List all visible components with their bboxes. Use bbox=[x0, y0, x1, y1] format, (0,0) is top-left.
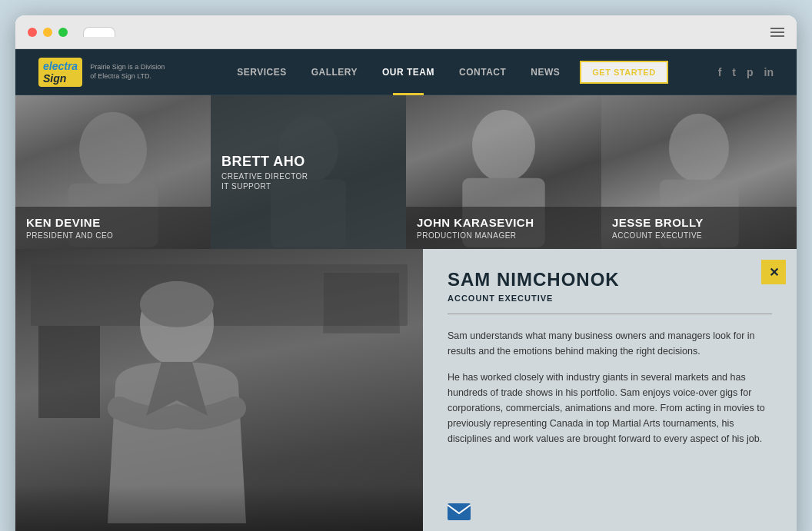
nav-services[interactable]: SERVICES bbox=[225, 49, 298, 95]
facebook-icon[interactable]: f bbox=[718, 66, 722, 78]
team-section: KEN DEVINE PRESIDENT AND CEO BRETT AHO bbox=[15, 95, 797, 531]
ken-overlay: KEN DEVINE PRESIDENT AND CEO bbox=[15, 207, 211, 249]
bio-member-name: SAM NIMCHONOK bbox=[448, 270, 772, 289]
email-envelope-icon bbox=[448, 503, 471, 520]
john-name: JOHN KARASEVICH bbox=[417, 216, 591, 230]
svg-point-6 bbox=[669, 114, 729, 183]
logo[interactable]: electraSign Prairie Sign is a Division o… bbox=[38, 58, 167, 87]
browser-menu-icon[interactable] bbox=[770, 28, 784, 37]
browser-tab[interactable] bbox=[83, 27, 115, 37]
svg-rect-10 bbox=[448, 503, 471, 520]
brett-name: BRETT AHO bbox=[221, 154, 395, 171]
pinterest-icon[interactable]: p bbox=[747, 66, 754, 78]
brett-title: CREATIVE DIRECTOR bbox=[221, 172, 395, 181]
bio-paragraph-1: Sam understands what many business owner… bbox=[448, 328, 772, 359]
bio-paragraph-2: He has worked closely with industry gian… bbox=[448, 370, 772, 446]
team-top-row: KEN DEVINE PRESIDENT AND CEO BRETT AHO bbox=[15, 95, 797, 249]
site-nav: SERVICES GALLERY OUR TEAM CONTACT NEWS G… bbox=[190, 49, 702, 95]
team-card-brett-aho[interactable]: BRETT AHO CREATIVE DIRECTOR IT SUPPORT bbox=[211, 95, 406, 249]
svg-point-9 bbox=[140, 281, 214, 327]
jesse-name: JESSE BROLLY bbox=[612, 216, 786, 230]
nav-news[interactable]: NEWS bbox=[518, 49, 572, 95]
get-started-button[interactable]: GET STARTED bbox=[580, 61, 667, 84]
team-card-ken-devine[interactable]: KEN DEVINE PRESIDENT AND CEO bbox=[15, 95, 211, 249]
jesse-title: ACCOUNT EXECUTIVE bbox=[612, 231, 786, 240]
team-bottom-row: ✕ SAM NIMCHONOK ACCOUNT EXECUTIVE Sam un… bbox=[15, 249, 797, 531]
team-card-john-karasevich[interactable]: JOHN KARASEVICH PRODUCTION MANAGER bbox=[406, 95, 601, 249]
john-title: PRODUCTION MANAGER bbox=[417, 231, 591, 240]
svg-point-4 bbox=[472, 110, 535, 182]
logo-subtitle: Prairie Sign is a Division of Electra Si… bbox=[90, 63, 167, 81]
ken-name: KEN DEVINE bbox=[26, 216, 200, 230]
browser-dot-yellow[interactable] bbox=[43, 28, 52, 37]
jesse-overlay: JESSE BROLLY ACCOUNT EXECUTIVE bbox=[601, 207, 797, 249]
logo-text: electraSign bbox=[43, 60, 78, 85]
browser-window: electraSign Prairie Sign is a Division o… bbox=[15, 15, 797, 531]
close-icon: ✕ bbox=[769, 265, 779, 280]
brett-title2: IT SUPPORT bbox=[221, 182, 395, 191]
brett-overlay: BRETT AHO CREATIVE DIRECTOR IT SUPPORT bbox=[211, 95, 406, 249]
room-picture bbox=[323, 272, 400, 334]
twitter-icon[interactable]: t bbox=[732, 66, 736, 78]
nav-contact[interactable]: CONTACT bbox=[447, 49, 518, 95]
browser-dot-red[interactable] bbox=[28, 28, 37, 37]
bio-divider bbox=[448, 314, 772, 314]
sam-large-photo[interactable] bbox=[15, 249, 423, 531]
nav-gallery[interactable]: GALLERY bbox=[299, 49, 370, 95]
photo-gradient bbox=[15, 485, 423, 531]
site-header: electraSign Prairie Sign is a Division o… bbox=[15, 49, 797, 95]
social-icons: f t p in bbox=[718, 66, 774, 78]
bio-email-icon[interactable] bbox=[448, 503, 772, 525]
close-bio-button[interactable]: ✕ bbox=[761, 260, 786, 284]
bio-member-role: ACCOUNT EXECUTIVE bbox=[448, 294, 772, 303]
browser-dot-green[interactable] bbox=[58, 28, 68, 37]
team-card-jesse-brolly[interactable]: JESSE BROLLY ACCOUNT EXECUTIVE bbox=[601, 95, 797, 249]
ken-title: PRESIDENT AND CEO bbox=[26, 231, 200, 240]
svg-point-0 bbox=[79, 112, 147, 188]
logo-badge: electraSign bbox=[38, 58, 82, 87]
john-overlay: JOHN KARASEVICH PRODUCTION MANAGER bbox=[406, 207, 601, 249]
nav-our-team[interactable]: OUR TEAM bbox=[370, 49, 447, 95]
website-content: electraSign Prairie Sign is a Division o… bbox=[15, 49, 797, 531]
browser-chrome bbox=[15, 15, 797, 49]
linkedin-icon[interactable]: in bbox=[764, 66, 774, 78]
bio-panel: ✕ SAM NIMCHONOK ACCOUNT EXECUTIVE Sam un… bbox=[423, 249, 797, 531]
